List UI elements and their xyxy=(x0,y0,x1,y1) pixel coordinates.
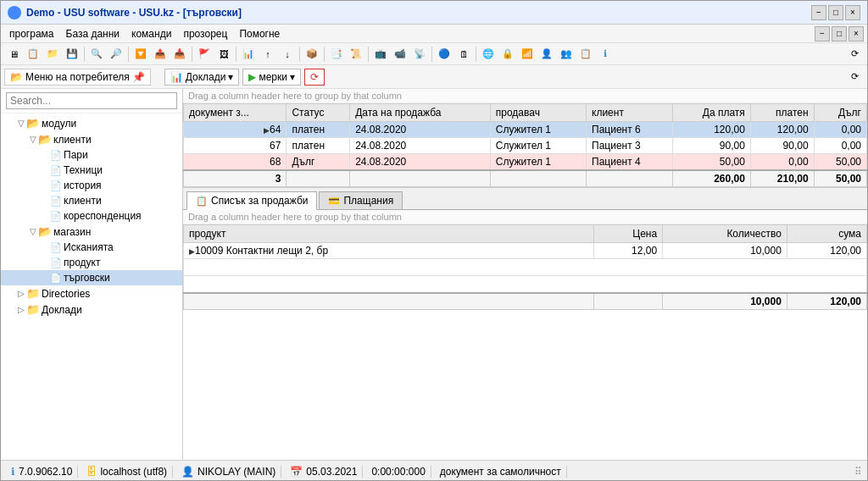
reports-icon: 📊 xyxy=(170,71,183,83)
tree-klienti[interactable]: ▽ 📂 клиенти xyxy=(1,131,182,147)
tree-moduli[interactable]: ▽ 📂 модули xyxy=(1,115,182,131)
tree-magazin[interactable]: ▽ 📂 магазин xyxy=(1,224,182,240)
tb-icon-4[interactable]: 💾 xyxy=(63,45,81,64)
close-button[interactable]: × xyxy=(845,5,860,20)
refresh-button[interactable]: ⟳ xyxy=(304,69,325,86)
col-toplay[interactable]: Да платя xyxy=(673,104,750,122)
minimize-button[interactable]: − xyxy=(811,5,826,20)
tb-image-icon[interactable]: 🖼 xyxy=(214,45,233,64)
tree-targovki[interactable]: 📄 търговски xyxy=(1,270,182,285)
col-sum[interactable]: сума xyxy=(787,225,866,243)
total-empty2 xyxy=(350,170,491,187)
tree-iskaniqta[interactable]: 📄 Исканията xyxy=(1,240,182,255)
tb-icon-22[interactable]: 🔒 xyxy=(498,45,517,64)
tb-icon-11[interactable]: ↑ xyxy=(259,45,277,64)
tb-icon-26[interactable]: 📋 xyxy=(576,45,595,64)
tb-icon-23[interactable]: 📶 xyxy=(518,45,537,64)
tree-history[interactable]: 📄 история xyxy=(1,178,182,193)
col-date[interactable]: Дата на продажба xyxy=(350,104,491,122)
tb-icon-21[interactable]: 🌐 xyxy=(479,45,498,64)
menu-bazadanni[interactable]: База данни xyxy=(61,26,125,41)
col-client[interactable]: клиент xyxy=(587,104,673,122)
expand-icon: ▷ xyxy=(16,305,26,314)
window-controls[interactable]: − □ × xyxy=(811,5,860,20)
tb-flag-icon[interactable]: 🚩 xyxy=(195,45,214,64)
tb-right-icon[interactable]: ⟳ xyxy=(845,45,864,64)
tab-sales-list[interactable]: 📋 Списък за продажби xyxy=(186,191,317,210)
col-price[interactable]: Цена xyxy=(593,225,663,243)
tb-icon-12[interactable]: ↓ xyxy=(278,45,297,64)
reports-button[interactable]: 📊 Доклади ▾ xyxy=(164,69,240,86)
tb-icon-8[interactable]: 📤 xyxy=(151,45,170,64)
tree-klienti2[interactable]: 📄 клиенти xyxy=(1,193,182,208)
tree-label: Исканията xyxy=(64,241,114,253)
tb-icon-7[interactable]: 🔽 xyxy=(131,45,150,64)
tree-produkt[interactable]: 📄 продукт xyxy=(1,255,182,270)
file-icon: 📄 xyxy=(50,196,62,207)
search-input[interactable] xyxy=(6,92,177,109)
db-icon: 🗄 xyxy=(86,466,97,478)
toolbar-sep-8 xyxy=(431,47,432,62)
tb-icon-5[interactable]: 🔍 xyxy=(87,45,106,64)
tb-icon-17[interactable]: 📹 xyxy=(391,45,409,64)
tree-pari[interactable]: 📄 Пари xyxy=(1,147,182,163)
maximize-button[interactable]: □ xyxy=(828,5,843,20)
col-doc[interactable]: документ з... xyxy=(184,104,287,122)
user-menu-button[interactable]: 📂 Меню на потребителя 📌 xyxy=(4,69,151,86)
col-seller[interactable]: продавач xyxy=(490,104,586,122)
sub-right-icon[interactable]: ⟳ xyxy=(845,68,864,86)
tb-icon-25[interactable]: 👥 xyxy=(557,45,576,64)
tb-icon-6[interactable]: 🔎 xyxy=(107,45,125,64)
table-row[interactable]: 10009 Контактни лещи 2, бр 12,00 10,000 … xyxy=(184,243,867,259)
tree-korespondenciq[interactable]: 📄 кореспонденция xyxy=(1,208,182,224)
tb-icon-18[interactable]: 📡 xyxy=(410,45,429,64)
col-paid[interactable]: платен xyxy=(750,104,814,122)
menu-restore-button[interactable]: □ xyxy=(832,26,847,41)
tree-directories[interactable]: ▷ 📁 Directories xyxy=(1,285,182,301)
tree-dokladi[interactable]: ▷ 📁 Доклади xyxy=(1,301,182,318)
cell-qty: 10,000 xyxy=(663,243,787,259)
tb-icon-14[interactable]: 📑 xyxy=(327,45,346,64)
tb-icon-3[interactable]: 📁 xyxy=(43,45,62,64)
tree-label: история xyxy=(64,180,102,191)
cell-product: 10009 Контактни лещи 2, бр xyxy=(184,243,594,259)
measures-button[interactable]: ▶ мерки ▾ xyxy=(242,69,301,86)
menu-right-controls[interactable]: − □ × xyxy=(815,26,864,41)
cell-seller: Служител 1 xyxy=(490,122,586,138)
tree-label: клиенти xyxy=(53,134,92,146)
tb-info-icon[interactable]: ℹ xyxy=(596,45,615,64)
menu-komandi[interactable]: команди xyxy=(126,26,176,41)
col-debt[interactable]: Дълг xyxy=(814,104,866,122)
tb-icon-2[interactable]: 📋 xyxy=(24,45,42,64)
table-row[interactable]: 68 Дълг 24.08.2020 Служител 1 Пациент 4 … xyxy=(184,154,867,171)
menu-close-button[interactable]: × xyxy=(849,26,864,41)
cell-toplay: 90,00 xyxy=(673,138,750,154)
table-row[interactable]: 64 платен 24.08.2020 Служител 1 Пациент … xyxy=(184,122,867,138)
tab-payments[interactable]: 💳 Плащания xyxy=(319,191,403,210)
window-title: Demo - USU software - USU.kz - [търговск… xyxy=(26,7,242,19)
menu-prozorec[interactable]: прозорец xyxy=(178,26,232,41)
tree-tehnici[interactable]: 📄 Техници xyxy=(1,163,182,178)
tb-icon-16[interactable]: 📺 xyxy=(371,45,390,64)
table-row[interactable]: 67 платен 24.08.2020 Служител 1 Пациент … xyxy=(184,138,867,154)
cell-doc: 68 xyxy=(184,154,287,171)
tb-icon-1[interactable]: 🖥 xyxy=(4,45,23,64)
menu-programa[interactable]: програма xyxy=(4,26,59,41)
menu-pomogne[interactable]: Помогне xyxy=(234,26,285,41)
tb-icon-15[interactable]: 📜 xyxy=(347,45,365,64)
folder-icon: 📂 xyxy=(38,225,52,238)
col-qty[interactable]: Количество xyxy=(663,225,787,243)
tb-icon-10[interactable]: 📊 xyxy=(239,45,258,64)
cell-paid: 0,00 xyxy=(750,154,814,171)
col-product[interactable]: продукт xyxy=(184,225,594,243)
tree-label: Пари xyxy=(64,149,88,161)
menu-minimize-button[interactable]: − xyxy=(815,26,830,41)
tb-icon-13[interactable]: 📦 xyxy=(303,45,321,64)
tb-icon-24[interactable]: 👤 xyxy=(537,45,556,64)
tb-icon-9[interactable]: 📥 xyxy=(170,45,189,64)
col-status[interactable]: Статус xyxy=(287,104,350,122)
tb-icon-19[interactable]: 🔵 xyxy=(435,45,453,64)
tabs-bar: 📋 Списък за продажби 💳 Плащания xyxy=(183,188,867,210)
tb-icon-20[interactable]: 🗓 xyxy=(454,45,473,64)
toolbar-sep-2 xyxy=(128,47,129,62)
